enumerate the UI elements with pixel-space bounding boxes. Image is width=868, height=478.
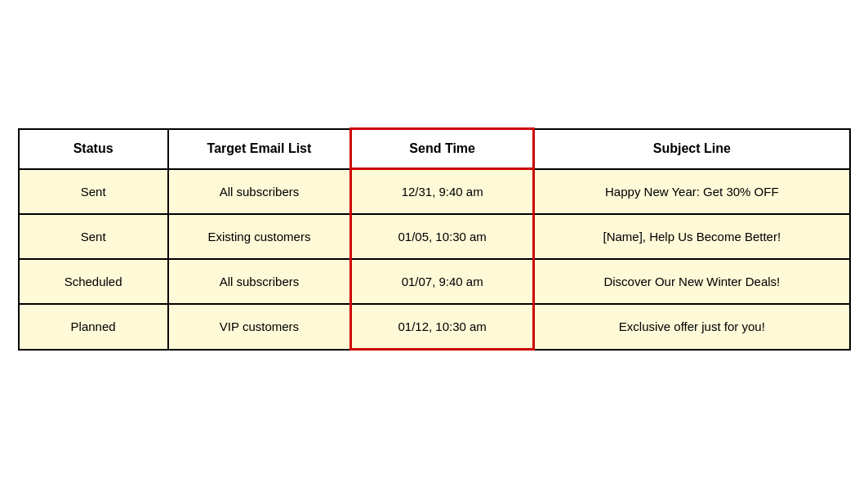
cell-status: Sent — [19, 169, 168, 215]
table-row: Sent Existing customers 01/05, 10:30 am … — [19, 214, 850, 259]
cell-subject: Happy New Year: Get 30% OFF — [534, 169, 850, 215]
table-header-row: Status Target Email List Send Time Subje… — [19, 129, 850, 169]
cell-send-time: 01/05, 10:30 am — [351, 214, 534, 259]
header-send-time: Send Time — [351, 129, 534, 169]
table-row: Sent All subscribers 12/31, 9:40 am Happ… — [19, 169, 850, 215]
cell-status: Planned — [19, 304, 168, 350]
cell-send-time: 12/31, 9:40 am — [351, 169, 534, 215]
cell-target: All subscribers — [168, 259, 351, 304]
cell-target: Existing customers — [168, 214, 351, 259]
header-status: Status — [19, 129, 168, 169]
cell-send-time: 01/12, 10:30 am — [351, 304, 534, 350]
cell-subject: Exclusive offer just for you! — [534, 304, 850, 350]
header-target-email-list: Target Email List — [168, 129, 351, 169]
header-subject-line: Subject Line — [534, 129, 850, 169]
cell-target: All subscribers — [168, 169, 351, 215]
cell-subject: [Name], Help Us Become Better! — [534, 214, 850, 259]
cell-status: Sent — [19, 214, 168, 259]
cell-target: VIP customers — [168, 304, 351, 350]
table-row: Scheduled All subscribers 01/07, 9:40 am… — [19, 259, 850, 304]
cell-status: Scheduled — [19, 259, 168, 304]
cell-send-time: 01/07, 9:40 am — [351, 259, 534, 304]
email-campaign-table: Status Target Email List Send Time Subje… — [18, 127, 851, 351]
table-row: Planned VIP customers 01/12, 10:30 am Ex… — [19, 304, 850, 350]
cell-subject: Discover Our New Winter Deals! — [534, 259, 850, 304]
